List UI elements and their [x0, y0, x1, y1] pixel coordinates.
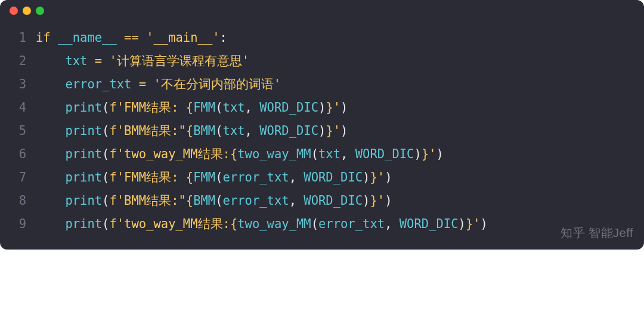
token: ,	[289, 193, 304, 208]
minimize-icon[interactable]	[23, 7, 31, 15]
token: BMM	[193, 124, 215, 138]
code-content: if __name__ == '__main__':	[36, 26, 630, 50]
token: '计算语言学课程有意思'	[109, 54, 249, 68]
token: ,	[245, 124, 260, 138]
token: error_txt	[223, 193, 289, 208]
token: txt	[223, 100, 245, 115]
token: (	[311, 147, 318, 161]
code-content: error_txt = '不在分词内部的词语'	[36, 73, 630, 96]
line-number: 4	[0, 96, 36, 119]
token: ,	[385, 217, 400, 231]
token: =	[87, 54, 109, 68]
token: '	[377, 170, 385, 184]
token: ,	[340, 147, 355, 161]
token: {	[186, 124, 193, 138]
token: two_way_MM	[237, 147, 311, 161]
token: '	[333, 100, 340, 115]
token: )	[340, 124, 348, 138]
token: :	[220, 30, 227, 45]
line-number: 5	[0, 119, 36, 143]
token: )	[481, 217, 488, 231]
token: }	[326, 100, 333, 115]
token: if	[36, 30, 58, 45]
token: }	[466, 217, 473, 231]
token: WORD_DIC	[259, 100, 318, 115]
token: )	[436, 147, 444, 161]
line-number: 9	[0, 213, 36, 236]
token: print	[65, 100, 102, 115]
zoom-icon[interactable]	[36, 7, 44, 15]
token: FMM	[193, 100, 215, 115]
token: )	[363, 193, 370, 208]
token: }	[422, 147, 429, 161]
close-icon[interactable]	[10, 7, 18, 15]
code-content: print(f'two_way_MM结果:{two_way_MM(txt, WO…	[36, 143, 630, 166]
code-line: 3 error_txt = '不在分词内部的词语'	[0, 73, 630, 96]
code-line: 4 print(f'FMM结果: {FMM(txt, WORD_DIC)}')	[0, 96, 630, 119]
token: f'FMM结果:	[109, 100, 185, 115]
token: )	[363, 170, 370, 184]
token: '	[473, 217, 480, 231]
token: (	[102, 147, 109, 161]
token: print	[65, 124, 102, 138]
token: )	[385, 170, 392, 184]
token: '	[333, 124, 340, 138]
token: }	[370, 193, 377, 208]
token: print	[65, 170, 102, 184]
token: error_txt	[65, 77, 131, 91]
token: error_txt	[318, 217, 385, 231]
code-line: 7 print(f'FMM结果: {FMM(error_txt, WORD_DI…	[0, 166, 630, 189]
line-number: 8	[0, 189, 36, 213]
token: (	[311, 217, 318, 231]
token: (	[215, 170, 222, 184]
token: (	[102, 217, 109, 231]
code-line: 8 print(f'BMM结果:"{BMM(error_txt, WORD_DI…	[0, 189, 630, 213]
token: )	[459, 217, 466, 231]
code-line: 6 print(f'two_way_MM结果:{two_way_MM(txt, …	[0, 143, 630, 166]
token: (	[215, 124, 222, 138]
token: (	[215, 193, 222, 208]
line-number: 6	[0, 143, 36, 166]
token: txt	[318, 147, 340, 161]
token: print	[65, 193, 102, 208]
token: =	[131, 77, 153, 91]
token: {	[230, 147, 237, 161]
token: {	[230, 217, 237, 231]
token: txt	[65, 54, 87, 68]
code-content: print(f'two_way_MM结果:{two_way_MM(error_t…	[36, 213, 630, 236]
token: WORD_DIC	[304, 193, 363, 208]
token: error_txt	[223, 170, 289, 184]
token: WORD_DIC	[304, 170, 363, 184]
token: )	[414, 147, 421, 161]
token: '	[429, 147, 436, 161]
token: '不在分词内部的词语'	[154, 77, 281, 91]
token: WORD_DIC	[259, 124, 318, 138]
token: (	[102, 124, 109, 138]
token: (	[102, 170, 109, 184]
code-line: 1if __name__ == '__main__':	[0, 26, 630, 50]
token: WORD_DIC	[355, 147, 414, 161]
token: print	[65, 147, 102, 161]
line-number: 3	[0, 73, 36, 96]
token: FMM	[193, 170, 215, 184]
token: (	[102, 193, 109, 208]
token: ,	[245, 100, 260, 115]
line-number: 7	[0, 166, 36, 189]
token: }	[370, 170, 377, 184]
token: f'two_way_MM结果:	[109, 217, 230, 231]
token: )	[318, 100, 326, 115]
token: f'BMM结果:"	[109, 193, 185, 208]
token: WORD_DIC	[400, 217, 459, 231]
token: }	[326, 124, 333, 138]
code-content: print(f'BMM结果:"{BMM(txt, WORD_DIC)}')	[36, 119, 630, 143]
code-area: 1if __name__ == '__main__':2 txt = '计算语言…	[0, 21, 644, 250]
line-number: 1	[0, 26, 36, 50]
code-window: 1if __name__ == '__main__':2 txt = '计算语言…	[0, 0, 644, 250]
code-line: 2 txt = '计算语言学课程有意思'	[0, 50, 630, 73]
token: print	[65, 217, 102, 231]
token: ,	[289, 170, 304, 184]
code-line: 5 print(f'BMM结果:"{BMM(txt, WORD_DIC)}')	[0, 119, 630, 143]
line-number: 2	[0, 50, 36, 73]
code-content: txt = '计算语言学课程有意思'	[36, 50, 630, 73]
token: f'FMM结果:	[109, 170, 185, 184]
